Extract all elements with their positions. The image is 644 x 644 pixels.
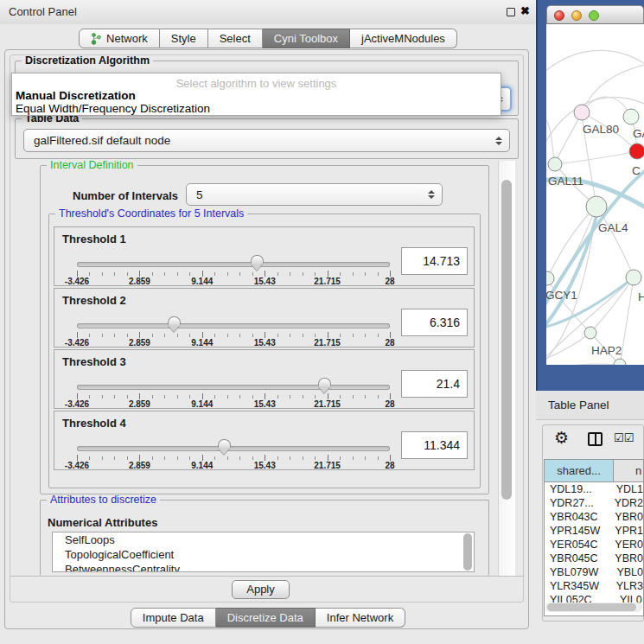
- tab-network[interactable]: Network: [79, 29, 160, 48]
- column-header-shared-name[interactable]: shared...: [545, 460, 614, 481]
- node-ga[interactable]: [623, 109, 639, 124]
- slider-thumb[interactable]: [251, 255, 264, 271]
- table-row[interactable]: YDR27...YDR2: [545, 496, 643, 510]
- table-row[interactable]: YLR345WYLR3: [545, 579, 643, 593]
- algorithm-dropdown-popup: Select algorithm to view settings Manual…: [11, 73, 501, 116]
- cell-shared-name: YER054C: [545, 538, 609, 552]
- threshold-value-input[interactable]: [401, 431, 468, 459]
- slider-track[interactable]: [77, 446, 390, 451]
- cell-shared-name: YBL079W: [545, 565, 610, 579]
- node-gcy1[interactable]: [546, 271, 554, 285]
- cell-name: YDL1: [610, 482, 643, 496]
- close-traffic-light[interactable]: [554, 10, 564, 21]
- attribute-item[interactable]: SelfLoops: [53, 532, 474, 547]
- algorithm-option-manual[interactable]: Manual Discretization: [16, 89, 136, 102]
- network-graph: GAL80 GA C GAL11 GAL4 GCY1 H HAP2: [546, 24, 644, 365]
- network-canvas[interactable]: GAL80 GA C GAL11 GAL4 GCY1 H HAP2: [546, 24, 644, 365]
- slider-track[interactable]: [77, 262, 390, 267]
- table-hscrollbar[interactable]: [545, 603, 642, 612]
- bottom-separator: [10, 576, 524, 577]
- cell-name: YBL0: [610, 565, 643, 579]
- panel-divider[interactable]: [536, 0, 538, 391]
- panel-title: Control Panel: [9, 5, 77, 18]
- number-of-intervals-combo[interactable]: 5: [186, 183, 443, 206]
- threshold-row: Threshold 1-3.4262.8599.14415.4321.71528: [54, 226, 475, 286]
- cell-name: YBR0: [609, 510, 643, 524]
- interval-definition-title: Interval Definition: [47, 160, 137, 171]
- threshold-value-input[interactable]: [401, 370, 468, 398]
- threshold-row: Threshold 3-3.4262.8599.14415.4321.71528: [54, 349, 475, 409]
- node-gal80[interactable]: [574, 105, 590, 120]
- control-panel-titlebar: Control Panel ✖: [0, 0, 536, 24]
- combo-arrows-icon: [495, 137, 502, 145]
- tick-label: 2.859: [129, 277, 150, 286]
- column-header-name[interactable]: n: [614, 460, 643, 481]
- cell-shared-name: YBR043C: [545, 510, 609, 524]
- select-all-checkboxes-icon[interactable]: ☑☑: [614, 431, 634, 444]
- slider-major-ticks: [77, 393, 391, 399]
- tab-label: Infer Network: [327, 609, 393, 627]
- table-row[interactable]: YER054CYER0: [545, 538, 643, 552]
- table-data-combo[interactable]: galFiltered.sif default node: [23, 129, 510, 152]
- tick-label: 15.43: [254, 399, 276, 409]
- network-icon: [91, 33, 102, 45]
- network-window-titlebar[interactable]: [546, 5, 644, 24]
- table-panel-titlebar: Table Panel: [536, 391, 644, 420]
- tab-infer-network[interactable]: Infer Network: [316, 608, 405, 628]
- tick-label: 28: [385, 338, 394, 348]
- numerical-attributes-list[interactable]: SelfLoopsTopologicalCoefficientBetweenne…: [52, 532, 475, 572]
- tick-label: 9.144: [191, 399, 213, 409]
- combo-arrows-icon: [428, 190, 435, 199]
- slider-track[interactable]: [77, 385, 390, 390]
- panel-scrollbar-thumb[interactable]: [501, 180, 512, 500]
- number-of-intervals-value: 5: [196, 188, 203, 201]
- attribute-item[interactable]: BetweennessCentrality: [53, 562, 474, 572]
- algorithm-group-title: Discretization Algorithm: [22, 55, 153, 67]
- tab-cyni-toolbox[interactable]: Cyni Toolbox: [263, 29, 350, 48]
- slider-thumb[interactable]: [168, 316, 181, 332]
- node-label: GAL4: [598, 221, 628, 234]
- tab-discretize-data[interactable]: Discretize Data: [216, 608, 316, 628]
- minimize-traffic-light[interactable]: [571, 10, 582, 21]
- numerical-attributes-label: Numerical Attributes: [48, 516, 157, 529]
- node-h[interactable]: [626, 270, 641, 285]
- node-selected-red[interactable]: [629, 143, 644, 159]
- gear-icon[interactable]: ⚙: [554, 428, 569, 448]
- node-label: H: [638, 290, 644, 303]
- slider-thumb[interactable]: [218, 439, 231, 455]
- tick-label: 15.43: [254, 338, 276, 348]
- node-gal11[interactable]: [548, 157, 562, 171]
- list-scrollbar-thumb[interactable]: [463, 533, 472, 571]
- tab-style[interactable]: Style: [160, 29, 208, 48]
- attribute-item[interactable]: TopologicalCoefficient: [53, 547, 474, 562]
- threshold-value-input[interactable]: [401, 309, 468, 336]
- table-row[interactable]: YDL19...YDL1: [545, 482, 643, 496]
- apply-button[interactable]: Apply: [232, 580, 290, 599]
- cell-name: YER0: [609, 538, 643, 552]
- zoom-traffic-light[interactable]: [589, 10, 599, 21]
- node-gal4[interactable]: [586, 196, 607, 217]
- tab-label: Network: [106, 29, 148, 48]
- cell-name: YLR3: [610, 579, 643, 593]
- table-row[interactable]: YBR045CYBR0: [545, 552, 643, 565]
- table-hscrollbar-thumb[interactable]: [547, 603, 636, 611]
- float-window-icon[interactable]: [507, 8, 515, 16]
- node-label: C: [632, 164, 641, 177]
- table-row[interactable]: YBR043CYBR0: [545, 510, 643, 524]
- tab-impute-data[interactable]: Impute Data: [131, 608, 216, 628]
- attributes-group-title: Attributes to discretize: [47, 494, 160, 506]
- slider-track[interactable]: [77, 323, 390, 328]
- columns-icon[interactable]: [588, 432, 603, 446]
- threshold-value-input[interactable]: [401, 247, 468, 275]
- slider-major-ticks: [77, 332, 391, 338]
- close-icon[interactable]: ✖: [520, 4, 530, 17]
- node-hap2[interactable]: [584, 327, 596, 339]
- cell-shared-name: YPR145W: [545, 524, 609, 538]
- tab-jactivemnodules[interactable]: jActiveMNodules: [350, 29, 457, 48]
- tab-select[interactable]: Select: [208, 29, 263, 48]
- algorithm-option-equal-width[interactable]: Equal Width/Frequency Discretization: [16, 102, 210, 115]
- table-row[interactable]: YPR145WYPR1: [545, 524, 643, 538]
- cell-shared-name: YBR045C: [545, 552, 609, 565]
- table-row[interactable]: YBL079WYBL0: [545, 565, 643, 579]
- slider-thumb[interactable]: [318, 378, 331, 393]
